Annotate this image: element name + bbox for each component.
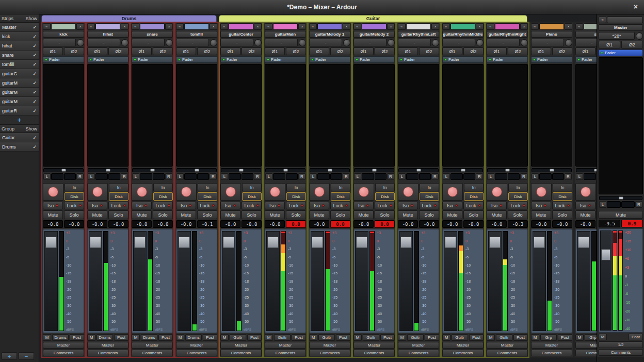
monitor-disk-button[interactable]: Disk [331, 192, 350, 201]
check-icon[interactable]: ✓ [33, 90, 37, 95]
gain-fader[interactable] [89, 231, 102, 331]
output-button[interactable]: 1/2 [599, 341, 643, 348]
input-button[interactable]: - [265, 39, 298, 46]
sidebar-strip-item[interactable]: guitarM✓ [0, 97, 39, 106]
meter-point-button[interactable]: Post [336, 334, 350, 341]
phase-2-button[interactable]: Ø2 [375, 47, 395, 55]
metering-input-button[interactable]: M [87, 334, 95, 341]
metering-input-button[interactable]: M [487, 334, 495, 341]
trim-knob[interactable] [432, 39, 439, 46]
processor-box[interactable] [442, 64, 484, 167]
fader-handle[interactable] [601, 249, 610, 260]
phase-1-button[interactable]: Ø1 [43, 47, 63, 55]
pan-slider[interactable] [176, 168, 217, 172]
phase-2-button[interactable]: Ø2 [64, 47, 84, 55]
fader-handle[interactable] [134, 237, 146, 248]
strip-width-button[interactable]: « [599, 17, 606, 23]
mute-button[interactable]: Mute [265, 210, 285, 219]
strip-color-bar[interactable] [495, 23, 520, 30]
trim-knob[interactable] [254, 39, 262, 46]
gain-fader[interactable] [533, 231, 546, 331]
strip-width-button[interactable]: « [575, 23, 583, 30]
comments-button[interactable]: Comments [43, 350, 84, 356]
solo-lock-button[interactable]: Lock [64, 202, 84, 209]
output-button[interactable]: Master [132, 342, 173, 349]
group-button[interactable]: Drums [141, 334, 157, 341]
solo-lock-button[interactable]: Lock [330, 202, 350, 209]
solo-isolate-button[interactable]: Iso [442, 202, 462, 209]
solo-lock-button[interactable]: Lock [552, 202, 572, 209]
strip-hide-button[interactable]: × [520, 23, 528, 30]
strip-hide-button[interactable]: × [210, 23, 217, 30]
pan-handle[interactable] [239, 169, 244, 172]
pan-handle[interactable] [106, 169, 110, 172]
group-tab[interactable]: Drums [41, 15, 217, 22]
strip-hide-button[interactable]: × [76, 23, 84, 30]
strip-name-button[interactable]: hihat [87, 31, 128, 38]
strip-color-bar[interactable] [184, 23, 209, 30]
check-icon[interactable]: ✓ [33, 62, 37, 67]
group-button[interactable]: Guitr [452, 334, 468, 341]
solo-button[interactable]: Solo [375, 210, 395, 219]
gain-fader[interactable] [178, 231, 191, 331]
strip-color-bar[interactable] [95, 23, 120, 30]
metering-input-button[interactable]: M [176, 334, 184, 341]
gain-fader[interactable] [222, 231, 235, 331]
phase-1-button[interactable]: Ø1 [398, 47, 418, 55]
phase-2-button[interactable]: Ø2 [153, 47, 173, 55]
fader-handle[interactable] [223, 237, 234, 248]
strip-width-button[interactable]: « [353, 23, 361, 30]
sidebar-strip-item[interactable]: tomfill✓ [0, 60, 39, 69]
comments-button[interactable]: Comments [487, 350, 528, 356]
phase-2-button[interactable]: Ø2 [463, 47, 484, 55]
fader-handle[interactable] [489, 237, 501, 248]
peak-display[interactable]: -0.0 [153, 220, 173, 228]
phase-2-button[interactable]: Ø2 [108, 47, 128, 55]
fader-processor[interactable]: Fader [442, 56, 484, 63]
phase-1-button[interactable]: Ø1 [309, 47, 329, 55]
output-button[interactable]: Master [398, 342, 439, 349]
monitor-input-button[interactable]: In [508, 183, 528, 191]
group-button[interactable]: Guitr [274, 334, 291, 341]
gain-display[interactable]: -0.0 [398, 220, 418, 228]
group-button[interactable]: Drums [185, 334, 202, 341]
fader-processor[interactable]: Fader [599, 50, 643, 56]
record-arm-button[interactable] [531, 183, 552, 201]
metering-input-button[interactable]: M [132, 334, 140, 341]
pan-slider[interactable] [576, 168, 597, 172]
add-strip-button[interactable]: + [0, 116, 39, 125]
comments-button[interactable]: Comments [575, 350, 597, 356]
gain-display[interactable]: -9.5 [599, 220, 620, 227]
metering-input-button[interactable]: M [353, 334, 362, 341]
monitor-input-button[interactable]: In [331, 183, 350, 191]
record-arm-button[interactable] [353, 183, 374, 201]
strip-width-button[interactable]: « [132, 23, 139, 30]
pan-slider[interactable] [532, 168, 572, 172]
fader-handle[interactable] [400, 237, 412, 248]
monitor-disk-button[interactable]: Disk [153, 192, 173, 201]
pan-handle[interactable] [461, 169, 465, 172]
pan-handle[interactable] [619, 196, 623, 200]
record-arm-button[interactable] [220, 183, 241, 201]
comments-button[interactable]: Comments [309, 350, 350, 356]
fader-processor[interactable]: Fader [87, 56, 128, 63]
pan-slider[interactable] [354, 168, 394, 172]
metering-input-button[interactable]: M [599, 334, 607, 340]
solo-isolate-button[interactable]: Iso [531, 202, 551, 209]
strip-width-button[interactable]: « [220, 23, 228, 30]
input-button[interactable]: - [309, 39, 342, 46]
solo-button[interactable]: Solo [330, 210, 350, 219]
strip-name-button[interactable]: kick [43, 31, 84, 38]
strip-width-button[interactable]: « [43, 23, 51, 30]
pan-handle[interactable] [195, 169, 199, 172]
gain-display[interactable]: -0.0 [531, 220, 551, 228]
solo-isolate-button[interactable]: Iso [176, 202, 196, 209]
strip-name-button[interactable]: guitarRhythmLeft [398, 31, 439, 38]
phase-2-button[interactable]: Ø2 [330, 47, 350, 55]
pan-handle[interactable] [283, 169, 288, 172]
input-button[interactable]: - [176, 39, 209, 46]
gain-display[interactable]: -0.0 [487, 220, 507, 228]
fader-processor[interactable]: Fader [176, 56, 217, 63]
strip-hide-button[interactable]: × [387, 23, 395, 30]
sidebar-group-item[interactable]: Guitar✓ [0, 133, 39, 142]
